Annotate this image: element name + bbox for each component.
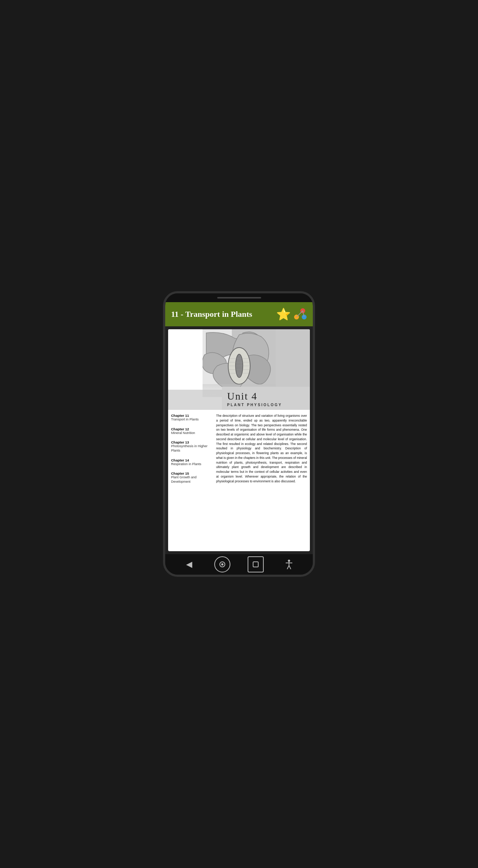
- chapter-11-title: Chapter 11: [171, 413, 213, 418]
- unit-description: The description of structure and variati…: [216, 413, 307, 548]
- molecule-icon[interactable]: [293, 307, 307, 321]
- recents-button[interactable]: [248, 556, 264, 572]
- svg-line-21: [289, 565, 291, 569]
- chapter-item-15[interactable]: Chapter 15 Plant Growth and Development: [171, 471, 213, 484]
- chapter-sidebar: Chapter 11 Transport in Plants Chapter 1…: [171, 413, 213, 548]
- chapter-13-subtitle: Photosynthesis in Higher Plants: [171, 444, 213, 453]
- chapter-15-subtitle: Plant Growth and Development: [171, 475, 213, 484]
- svg-line-3: [297, 311, 303, 317]
- chapter-14-title: Chapter 14: [171, 458, 213, 462]
- content-area[interactable]: Unit 4 PLANT PHYSIOLOGY Chapter 11 Trans…: [168, 329, 310, 551]
- status-bar: [165, 293, 313, 302]
- svg-point-17: [288, 560, 290, 562]
- star-icon[interactable]: ⭐: [276, 307, 291, 321]
- unit-number: Unit 4: [227, 390, 305, 402]
- home-button[interactable]: [214, 556, 230, 572]
- app-header: 11 - Transport in Plants ⭐: [165, 302, 313, 326]
- svg-point-15: [221, 563, 223, 565]
- svg-rect-16: [253, 562, 258, 567]
- svg-line-20: [287, 565, 289, 569]
- notch: [217, 297, 261, 298]
- unit-text-box: Unit 4 PLANT PHYSIOLOGY: [222, 387, 310, 410]
- accessibility-button[interactable]: [281, 556, 297, 572]
- chapter-item-13[interactable]: Chapter 13 Photosynthesis in Higher Plan…: [171, 440, 213, 453]
- screen: 11 - Transport in Plants ⭐: [165, 302, 313, 554]
- chapter-12-title: Chapter 12: [171, 427, 213, 431]
- device-frame: 11 - Transport in Plants ⭐: [163, 291, 315, 577]
- nav-bar: ◀: [165, 554, 313, 575]
- header-icons: ⭐: [276, 307, 307, 321]
- chapter-13-title: Chapter 13: [171, 440, 213, 444]
- main-body: Chapter 11 Transport in Plants Chapter 1…: [168, 410, 310, 551]
- unit-banner: Unit 4 PLANT PHYSIOLOGY: [168, 329, 310, 410]
- chapter-11-subtitle: Transport in Plants: [171, 418, 213, 422]
- chapter-14-subtitle: Respiration in Plants: [171, 462, 213, 467]
- chapter-item-14[interactable]: Chapter 14 Respiration in Plants: [171, 458, 213, 467]
- back-button[interactable]: ◀: [181, 556, 197, 572]
- chapter-12-subtitle: Mineral Nutrition: [171, 431, 213, 435]
- unit-subtitle: PLANT PHYSIOLOGY: [227, 403, 305, 407]
- page-title: 11 - Transport in Plants: [171, 309, 252, 319]
- chapter-item-12[interactable]: Chapter 12 Mineral Nutrition: [171, 427, 213, 435]
- chapter-15-title: Chapter 15: [171, 471, 213, 475]
- cell-diagram: [203, 329, 276, 395]
- chapter-item-11[interactable]: Chapter 11 Transport in Plants: [171, 413, 213, 422]
